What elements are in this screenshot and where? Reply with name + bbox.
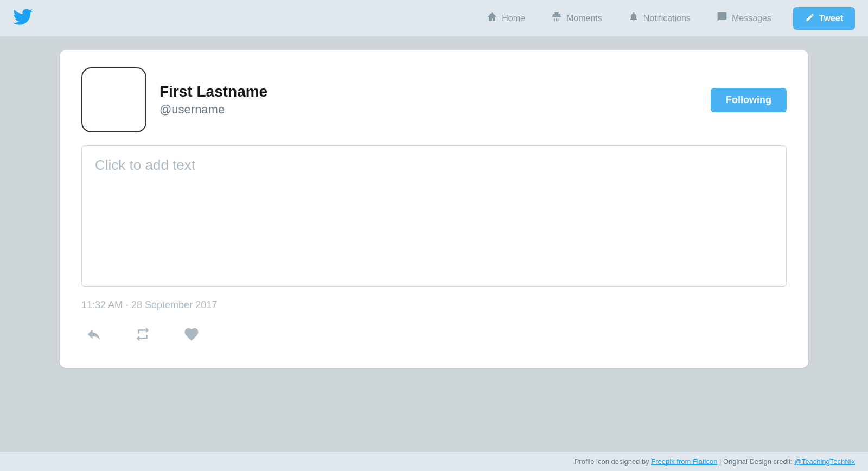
tweet-timestamp: 11:32 AM - 28 September 2017 [81,300,787,311]
tweet-actions [81,326,787,346]
like-icon[interactable] [183,326,200,346]
nav-messages-label: Messages [732,14,771,23]
footer-text-before-link1: Profile icon designed by [575,457,652,466]
profile-info: First Lastname @username [81,67,267,132]
footer: Profile icon designed by Freepik from Fl… [0,451,868,471]
avatar [81,67,146,132]
user-details: First Lastname @username [159,83,267,117]
tweet-text-box[interactable]: Click to add text [81,145,787,287]
home-icon [487,11,497,25]
following-button[interactable]: Following [711,88,787,112]
nav-notifications[interactable]: Notifications [617,7,701,29]
tweet-icon [805,12,815,24]
tweet-button-label: Tweet [819,14,843,23]
main-area: First Lastname @username Following Click… [0,37,868,451]
twitter-logo-icon[interactable] [13,7,33,29]
moments-icon [551,11,562,25]
freepik-link[interactable]: Freepik from Flaticon [651,457,717,466]
navbar: Home Moments Notifications Messages Twee… [0,0,868,37]
notifications-icon [628,11,639,25]
tweet-placeholder: Click to add text [95,157,195,173]
footer-text-between: | Original Design credit: [717,457,794,466]
nav-moments-label: Moments [566,14,602,23]
teachingtechnix-link[interactable]: @TeachingTechNix [795,457,855,466]
freepik-link-text: Freepik from Flaticon [651,457,717,466]
tweet-card: First Lastname @username Following Click… [60,50,808,368]
profile-row: First Lastname @username Following [81,67,787,132]
tweet-button[interactable]: Tweet [793,7,855,30]
retweet-icon[interactable] [135,326,151,346]
following-button-label: Following [726,94,771,105]
display-name: First Lastname [159,83,267,100]
teachingtechnix-link-text: @TeachingTechNix [795,457,855,466]
nav-home[interactable]: Home [476,7,536,29]
navbar-links: Home Moments Notifications Messages [476,7,782,29]
nav-moments[interactable]: Moments [540,7,613,29]
nav-notifications-label: Notifications [643,14,691,23]
footer-text: Profile icon designed by Freepik from Fl… [575,457,855,466]
messages-icon [717,11,727,25]
username: @username [159,103,267,117]
nav-messages[interactable]: Messages [706,7,782,29]
reply-icon[interactable] [86,326,102,346]
nav-home-label: Home [502,14,525,23]
